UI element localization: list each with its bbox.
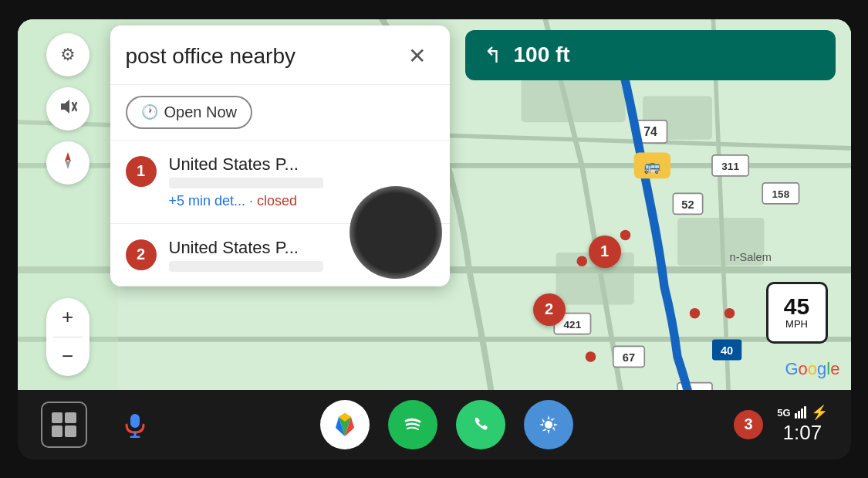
svg-rect-36 (130, 414, 140, 428)
taskbar-right: 3 5G ⚡ 1:07 (734, 404, 827, 445)
taskbar: 3 5G ⚡ 1:07 (18, 390, 851, 459)
svg-text:52: 52 (681, 198, 694, 210)
mute-button[interactable] (46, 87, 90, 131)
zoom-controls: + − (46, 298, 90, 376)
svg-point-29 (620, 229, 630, 240)
nav-distance: 100 ft (514, 42, 570, 67)
svg-text:421: 421 (563, 318, 581, 330)
result-detour-1: +5 min det... (169, 193, 246, 208)
search-header: post office nearby ✕ (110, 25, 450, 85)
open-now-filter[interactable]: 🕐 Open Now (126, 96, 253, 129)
svg-text:🚌: 🚌 (643, 158, 661, 175)
result-name-1: United States P... (169, 154, 434, 175)
google-logo: Google (785, 359, 839, 379)
result-meta-1: +5 min det... · closed (169, 193, 434, 209)
svg-text:158: 158 (772, 188, 789, 200)
left-sidebar: ⚙ + (18, 19, 118, 390)
search-query: post office nearby (126, 44, 391, 69)
spotify-icon (400, 412, 426, 438)
svg-point-25 (576, 256, 587, 266)
filter-label: Open Now (164, 103, 238, 121)
svg-text:311: 311 (721, 161, 739, 172)
speed-value: 45 (784, 295, 809, 318)
svg-rect-43 (795, 413, 797, 419)
result-status-1: closed (257, 193, 297, 208)
settings-button[interactable]: ⚙ (46, 33, 90, 76)
result-address-1 (169, 178, 323, 188)
signal-label: 5G (777, 407, 790, 419)
settings-icon (535, 412, 562, 438)
nav-instruction: ↰ 100 ft (465, 30, 836, 80)
svg-text:74: 74 (643, 125, 657, 138)
mic-button[interactable] (110, 400, 160, 449)
signal-bars-icon (794, 405, 808, 419)
battery-icon: ⚡ (811, 404, 828, 421)
svg-point-42 (545, 421, 552, 429)
map-container[interactable]: 74 52 311 158 421 67 40 (18, 19, 851, 390)
zoom-in-button[interactable]: + (46, 298, 90, 337)
nav-arrow-icon: ↰ (484, 42, 502, 68)
svg-point-28 (585, 351, 596, 362)
settings-app-button[interactable] (524, 400, 573, 449)
speed-unit: MPH (785, 318, 808, 330)
result-item-1[interactable]: 1 United States P... +5 min det... · clo… (110, 141, 450, 224)
gear-icon: ⚙ (60, 45, 76, 65)
result-name-2: United States P... (169, 238, 434, 258)
svg-marker-35 (65, 160, 71, 169)
result-badge-1: 1 (126, 156, 157, 187)
phone-icon (468, 412, 494, 438)
map-pin-2[interactable]: 2 (533, 293, 566, 326)
notification-badge[interactable]: 3 (734, 410, 763, 439)
phone-app-button[interactable] (456, 400, 505, 449)
svg-point-26 (689, 307, 700, 318)
layout-button[interactable] (41, 402, 87, 448)
grid-icon (52, 412, 76, 437)
svg-point-27 (724, 307, 735, 318)
svg-marker-34 (65, 152, 71, 161)
spotify-app-button[interactable] (388, 400, 437, 449)
search-panel: post office nearby ✕ 🕐 Open Now 1 United… (110, 25, 450, 286)
mic-icon (122, 412, 148, 438)
svg-point-40 (468, 412, 493, 437)
svg-rect-46 (804, 406, 806, 419)
filter-row: 🕐 Open Now (110, 85, 450, 141)
compass-button[interactable] (46, 141, 90, 185)
result-separator-1: · (249, 193, 257, 208)
result-item-2[interactable]: 2 United States P... (110, 224, 450, 286)
svg-rect-44 (798, 411, 800, 419)
svg-text:67: 67 (622, 351, 634, 363)
results-list: 1 United States P... +5 min det... · clo… (110, 141, 450, 286)
status-time: 1:07 (783, 421, 822, 445)
mute-icon (58, 97, 78, 121)
maps-icon (331, 411, 359, 439)
taskbar-left (41, 400, 160, 449)
clock-icon: 🕐 (141, 103, 158, 120)
speed-badge: 45 MPH (766, 282, 828, 344)
result-badge-2: 2 (126, 239, 157, 270)
maps-app-button[interactable] (320, 400, 370, 449)
signal-area: 5G ⚡ 1:07 (777, 404, 827, 445)
result-address-2 (169, 261, 323, 272)
compass-icon (58, 151, 78, 175)
svg-text:40: 40 (720, 344, 732, 356)
taskbar-center (160, 400, 735, 449)
result-content-2: United States P... (169, 238, 434, 272)
map-pin-1[interactable]: 1 (589, 236, 621, 268)
svg-text:n-Salem: n-Salem (729, 251, 771, 263)
svg-rect-45 (801, 409, 803, 419)
zoom-out-button[interactable]: − (46, 337, 90, 376)
signal-icons: 5G ⚡ (777, 404, 827, 421)
result-content-1: United States P... +5 min det... · close… (169, 154, 434, 209)
search-close-button[interactable]: ✕ (400, 39, 434, 73)
